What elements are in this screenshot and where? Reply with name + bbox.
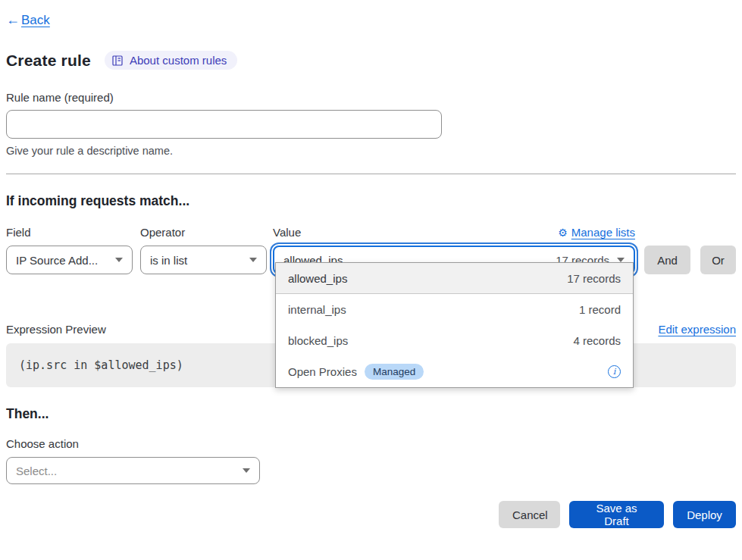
back-arrow-icon: ← bbox=[6, 12, 20, 28]
footer-actions: Cancel Save as Draft Deploy bbox=[6, 501, 736, 528]
list-item-blocked-ips[interactable]: blocked_ips 4 records bbox=[276, 325, 633, 356]
list-item-name: allowed_ips bbox=[288, 272, 347, 285]
match-heading: If incoming requests match... bbox=[6, 193, 736, 209]
list-item-open-proxies[interactable]: Open Proxies Managed i bbox=[276, 356, 633, 387]
list-item-allowed-ips[interactable]: allowed_ips 17 records bbox=[276, 263, 633, 294]
page-title: Create rule bbox=[6, 52, 91, 70]
operator-select[interactable]: is in list bbox=[140, 246, 267, 274]
value-label: Value bbox=[273, 226, 301, 239]
managed-badge: Managed bbox=[365, 364, 424, 380]
list-dropdown: allowed_ips 17 records internal_ips 1 re… bbox=[275, 262, 634, 388]
back-link[interactable]: ← Back bbox=[6, 12, 50, 28]
list-item-name: blocked_ips bbox=[288, 334, 348, 347]
expression-code: (ip.src in $allowed_ips) bbox=[19, 358, 183, 372]
chevron-down-icon bbox=[115, 258, 123, 262]
and-button[interactable]: And bbox=[644, 246, 690, 274]
about-custom-rules-link[interactable]: About custom rules bbox=[105, 51, 237, 70]
about-custom-rules-label: About custom rules bbox=[130, 54, 227, 67]
info-icon[interactable]: i bbox=[608, 365, 621, 378]
manage-lists-label: Manage lists bbox=[571, 226, 635, 239]
expression-preview-label: Expression Preview bbox=[6, 323, 106, 336]
operator-label: Operator bbox=[140, 226, 267, 239]
list-item-name: internal_ips bbox=[288, 303, 346, 316]
or-button[interactable]: Or bbox=[700, 246, 736, 274]
condition-labels: Field Operator Value ⚙ Manage lists bbox=[6, 226, 736, 239]
choose-action-label: Choose action bbox=[6, 437, 736, 450]
deploy-button[interactable]: Deploy bbox=[673, 501, 736, 528]
cancel-button[interactable]: Cancel bbox=[499, 501, 560, 528]
chevron-down-icon bbox=[243, 468, 250, 473]
manage-lists-link[interactable]: ⚙ Manage lists bbox=[558, 226, 635, 239]
field-select[interactable]: IP Source Add... bbox=[6, 246, 133, 274]
create-rule-page: ← Back Create rule About custom rules Ru… bbox=[0, 0, 742, 528]
save-as-draft-button[interactable]: Save as Draft bbox=[569, 501, 664, 528]
chevron-down-icon bbox=[249, 258, 257, 262]
rule-name-helper: Give your rule a descriptive name. bbox=[6, 145, 736, 157]
list-item-records: 4 records bbox=[573, 334, 621, 347]
book-icon bbox=[112, 55, 124, 66]
list-item-internal-ips[interactable]: internal_ips 1 record bbox=[276, 294, 633, 325]
field-label: Field bbox=[6, 226, 133, 239]
section-divider bbox=[6, 174, 736, 174]
edit-expression-link[interactable]: Edit expression bbox=[658, 323, 736, 336]
then-heading: Then... bbox=[6, 406, 736, 422]
action-select[interactable]: Select... bbox=[6, 457, 260, 484]
condition-builder: Field Operator Value ⚙ Manage lists IP S… bbox=[6, 226, 736, 274]
action-select-placeholder: Select... bbox=[16, 465, 57, 477]
gear-icon: ⚙ bbox=[558, 227, 568, 238]
rule-name-label: Rule name (required) bbox=[6, 91, 736, 104]
rule-name-input[interactable] bbox=[6, 110, 442, 139]
back-label: Back bbox=[21, 13, 50, 28]
title-row: Create rule About custom rules bbox=[6, 51, 736, 70]
field-select-value: IP Source Add... bbox=[16, 254, 98, 267]
list-item-records: 17 records bbox=[567, 272, 621, 285]
operator-select-value: is in list bbox=[150, 254, 187, 267]
list-item-name: Open Proxies bbox=[288, 365, 357, 378]
list-item-records: 1 record bbox=[579, 303, 621, 316]
